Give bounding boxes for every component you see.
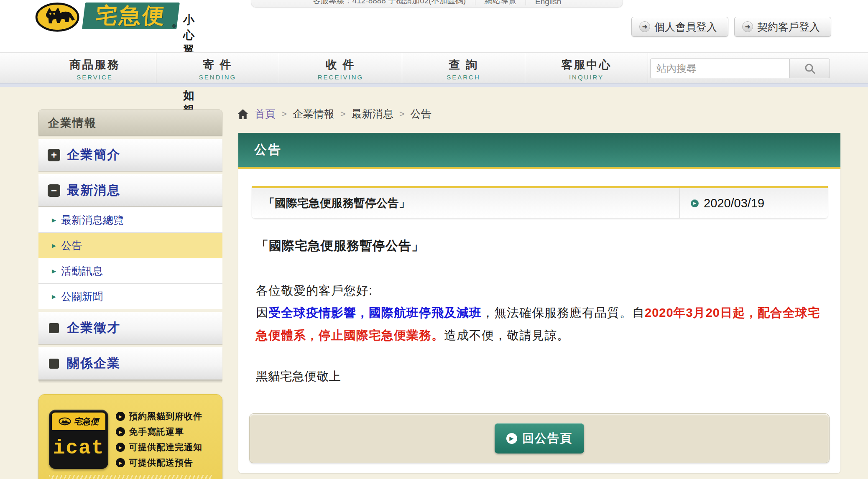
play-bullet-icon: ▶ bbox=[116, 443, 125, 452]
sidebar-item-latest-news[interactable]: − 最新消息 bbox=[38, 174, 222, 207]
nav-sending-zh: 寄 件 bbox=[203, 57, 232, 72]
arrow-right-icon: ▶ bbox=[52, 293, 56, 300]
nav-service-zh: 商品服務 bbox=[70, 57, 120, 72]
breadcrumb: 首頁 > 企業情報 > 最新消息 > 公告 bbox=[237, 107, 431, 121]
nav-item-receiving[interactable]: 收 件 RECEIVING bbox=[279, 53, 402, 84]
nav-item-inquiry[interactable]: 客服中心 INQUIRY bbox=[525, 53, 648, 84]
body-segment: ，無法確保服務應有品質。自 bbox=[482, 306, 645, 319]
contract-login-label: 契約客戶登入 bbox=[757, 20, 820, 34]
site-search bbox=[650, 59, 830, 78]
breadcrumb-corporate-info[interactable]: 企業情報 bbox=[293, 107, 334, 121]
announcement-article: 「國際宅急便服務暫停公告」 各位敬愛的客戶您好: 因受全球疫情影響，國際航班停飛… bbox=[238, 237, 840, 385]
black-cat-logo-icon[interactable] bbox=[35, 2, 82, 33]
nav-item-service[interactable]: 商品服務 SERVICE bbox=[33, 53, 156, 84]
article-body: 各位敬愛的客戶您好: 因受全球疫情影響，國際航班停飛及減班，無法確保服務應有品質… bbox=[256, 280, 823, 347]
breadcrumb-home[interactable]: 首頁 bbox=[255, 107, 276, 121]
search-button[interactable] bbox=[789, 59, 830, 78]
sidebar-item-careers[interactable]: 企業徵才 bbox=[38, 312, 222, 344]
sidebar-subitem-announcement[interactable]: ▶ 公告 bbox=[38, 232, 222, 258]
events-label: 活動訊息 bbox=[61, 264, 103, 278]
article-title: 「國際宅急便服務暫停公告」 bbox=[256, 237, 823, 255]
divider bbox=[475, 0, 475, 5]
utility-link-english[interactable]: English bbox=[535, 0, 561, 6]
back-button-bar: ▶ 回公告頁 bbox=[249, 413, 830, 463]
mini-cat-logo-icon bbox=[59, 417, 71, 425]
registered-mark: ® bbox=[172, 23, 176, 28]
breadcrumb-separator: > bbox=[340, 109, 346, 120]
sidebar-subitem-events[interactable]: ▶ 活動訊息 bbox=[38, 258, 222, 283]
icat-app-banner[interactable]: 宅急便 icat ▶ 預約黑貓到府收件 ▶ 免手寫託運單 ▶ 可提供配達完通知 … bbox=[38, 394, 222, 479]
greeting-line: 各位敬愛的客戶您好: bbox=[256, 284, 373, 297]
play-bullet-icon: ▶ bbox=[116, 427, 125, 436]
takkyubin-logo[interactable]: 宅急便 ® bbox=[82, 3, 180, 29]
home-icon[interactable] bbox=[237, 109, 249, 120]
breadcrumb-separator: > bbox=[281, 109, 287, 120]
icat-name: icat bbox=[52, 430, 105, 466]
icat-feature-label: 可提供配送預告 bbox=[129, 457, 193, 469]
play-bullet-icon: ▶ bbox=[116, 458, 125, 467]
nav-search-zh: 查 詢 bbox=[449, 57, 478, 72]
personal-member-login-button[interactable]: ➜ 個人會員登入 bbox=[631, 17, 728, 37]
site-search-input[interactable] bbox=[650, 59, 789, 78]
icat-feature-label: 可提供配達完通知 bbox=[129, 441, 202, 453]
breadcrumb-latest-news[interactable]: 最新消息 bbox=[352, 107, 393, 121]
arrow-right-icon: ▶ bbox=[52, 268, 56, 274]
arrow-circle-icon: ➜ bbox=[639, 21, 650, 32]
main-content-panel: 公告 「國際宅急便服務暫停公告」 ▶ 2020/03/19 「國際宅急便服務暫停… bbox=[238, 133, 840, 473]
icat-feature: ▶ 可提供配達完通知 bbox=[116, 441, 202, 453]
news-overview-label: 最新消息總覽 bbox=[61, 213, 124, 227]
icat-feature: ▶ 預約黑貓到府收件 bbox=[116, 410, 202, 422]
pr-news-label: 公關新聞 bbox=[61, 290, 103, 303]
section-header: 公告 bbox=[238, 133, 840, 169]
square-bullet-icon bbox=[49, 323, 59, 333]
latest-news-label: 最新消息 bbox=[67, 182, 120, 199]
utility-bar: 客服專線：412-8888 手機請加02(不加區碼) 網站導覽 English bbox=[251, 0, 623, 8]
section-title: 公告 bbox=[254, 141, 282, 158]
personal-login-label: 個人會員登入 bbox=[654, 20, 717, 34]
body-segment-blue: 受全球疫情影響，國際航班停飛及減班 bbox=[268, 306, 482, 319]
nav-inquiry-en: INQUIRY bbox=[569, 74, 604, 81]
back-button-label: 回公告頁 bbox=[522, 431, 572, 446]
main-nav: 商品服務 SERVICE 寄 件 SENDING 收 件 RECEIVING 查… bbox=[0, 52, 868, 83]
hatched-divider bbox=[49, 475, 213, 479]
sidebar-shadow bbox=[38, 380, 222, 383]
back-to-announcements-button[interactable]: ▶ 回公告頁 bbox=[495, 423, 584, 454]
sidebar-subitem-news-overview[interactable]: ▶ 最新消息總覽 bbox=[38, 207, 222, 232]
announcement-link[interactable]: 「國際宅急便服務暫停公告」 bbox=[252, 188, 679, 218]
breadcrumb-announcement[interactable]: 公告 bbox=[411, 107, 431, 121]
nav-search-en: SEARCH bbox=[447, 74, 480, 81]
nav-receiving-en: RECEIVING bbox=[318, 74, 364, 81]
sidebar-item-company-intro[interactable]: + 企業簡介 bbox=[38, 139, 222, 171]
icat-feature: ▶ 免手寫託運單 bbox=[116, 426, 202, 438]
icat-app-icon: 宅急便 icat bbox=[49, 410, 108, 469]
arrow-right-icon: ▶ bbox=[52, 242, 56, 249]
magnifier-icon bbox=[804, 62, 816, 75]
sidebar-item-affiliates[interactable]: 關係企業 bbox=[38, 347, 222, 380]
sidebar-title: 企業情報 bbox=[38, 110, 222, 136]
utility-link-sitemap[interactable]: 網站導覽 bbox=[485, 0, 516, 6]
sidebar-subitem-pr-news[interactable]: ▶ 公關新聞 bbox=[38, 283, 222, 309]
body-segment: 因 bbox=[256, 306, 268, 319]
affiliates-label: 關係企業 bbox=[67, 355, 120, 372]
collapse-minus-icon: − bbox=[48, 184, 60, 197]
service-phone: 客服專線：412-8888 手機請加02(不加區碼) bbox=[313, 0, 466, 6]
white-play-bullet-icon: ▶ bbox=[506, 433, 517, 444]
nav-bottom-strip bbox=[0, 83, 868, 87]
nav-item-sending[interactable]: 寄 件 SENDING bbox=[156, 53, 279, 84]
signature: 黑貓宅急便敬上 bbox=[256, 368, 823, 385]
careers-label: 企業徵才 bbox=[67, 319, 120, 336]
logo-text: 宅急便 bbox=[95, 1, 167, 31]
nav-items: 商品服務 SERVICE 寄 件 SENDING 收 件 RECEIVING 查… bbox=[33, 53, 648, 84]
play-bullet-icon: ▶ bbox=[116, 412, 125, 421]
icat-band-label: 宅急便 bbox=[74, 416, 99, 427]
login-buttons: ➜ 個人會員登入 ➜ 契約客戶登入 bbox=[631, 17, 831, 37]
nav-receiving-zh: 收 件 bbox=[326, 57, 355, 72]
nav-inquiry-zh: 客服中心 bbox=[562, 57, 612, 72]
nav-item-search[interactable]: 查 詢 SEARCH bbox=[402, 53, 525, 84]
contract-customer-login-button[interactable]: ➜ 契約客戶登入 bbox=[734, 17, 831, 37]
announcement-date-cell: ▶ 2020/03/19 bbox=[679, 188, 828, 218]
announcement-list-row: 「國際宅急便服務暫停公告」 ▶ 2020/03/19 bbox=[252, 186, 828, 218]
icat-feature: ▶ 可提供配送預告 bbox=[116, 457, 202, 469]
announcement-date: 2020/03/19 bbox=[704, 196, 764, 210]
teal-play-bullet-icon: ▶ bbox=[691, 199, 699, 207]
